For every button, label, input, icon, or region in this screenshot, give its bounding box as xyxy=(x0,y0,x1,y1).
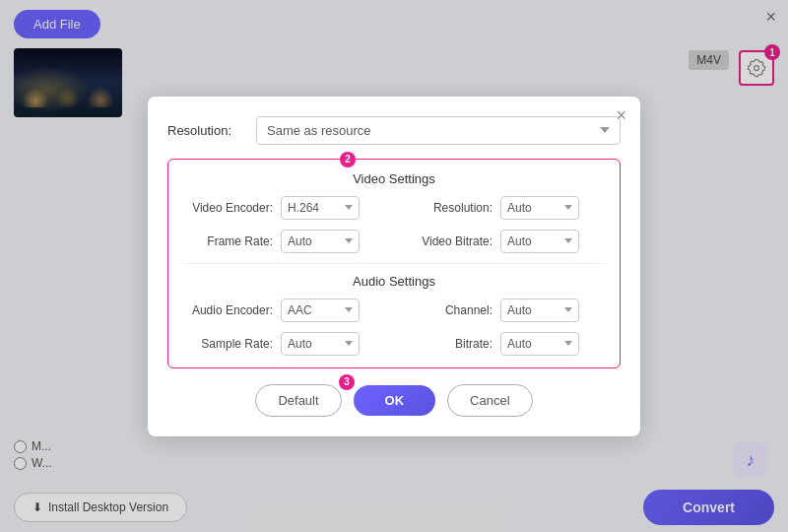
app-background: Add File × M4V 1 M... W... ♪ xyxy=(0,0,788,532)
sample-rate-row: Sample Rate: Auto xyxy=(184,332,384,356)
ok-button[interactable]: OK xyxy=(354,385,436,416)
audio-settings-grid: Audio Encoder: AAC Channel: Auto xyxy=(184,299,604,356)
resolution-row: Resolution: Same as resource 2 xyxy=(167,116,621,145)
cancel-button[interactable]: Cancel xyxy=(447,384,532,417)
resolution-field-label: Resolution: xyxy=(404,201,492,215)
video-bitrate-label: Video Bitrate: xyxy=(404,234,492,248)
section-divider xyxy=(184,263,604,264)
frame-rate-row: Frame Rate: Auto xyxy=(184,230,384,253)
resolution-field-select[interactable]: Auto xyxy=(500,196,579,220)
video-encoder-label: Video Encoder: xyxy=(184,201,273,215)
badge-2: 2 xyxy=(340,152,356,167)
bitrate-select[interactable]: Auto xyxy=(500,332,579,356)
default-button[interactable]: Default xyxy=(255,384,341,417)
bitrate-row: Bitrate: Auto xyxy=(404,332,604,356)
video-bitrate-select[interactable]: Auto xyxy=(500,230,579,253)
audio-settings-title: Audio Settings xyxy=(184,274,604,289)
resolution-field-row: Resolution: Auto xyxy=(404,196,604,220)
badge-3: 3 xyxy=(339,374,355,390)
audio-encoder-label: Audio Encoder: xyxy=(184,303,273,317)
audio-encoder-select[interactable]: AAC xyxy=(281,299,360,322)
video-bitrate-row: Video Bitrate: Auto xyxy=(404,230,604,253)
audio-encoder-row: Audio Encoder: AAC xyxy=(184,299,384,322)
sample-rate-label: Sample Rate: xyxy=(184,337,273,351)
channel-label: Channel: xyxy=(404,303,492,317)
bitrate-label: Bitrate: xyxy=(404,337,492,351)
video-encoder-select[interactable]: H.264 xyxy=(281,196,360,220)
video-encoder-row: Video Encoder: H.264 xyxy=(184,196,384,220)
modal-overlay: × Resolution: Same as resource 2 Video S… xyxy=(0,0,788,532)
channel-select[interactable]: Auto xyxy=(500,299,579,322)
frame-rate-select[interactable]: Auto xyxy=(281,230,360,253)
settings-modal: × Resolution: Same as resource 2 Video S… xyxy=(148,97,640,436)
modal-buttons: Default 3 OK Cancel xyxy=(167,384,621,417)
resolution-dropdown[interactable]: Same as resource xyxy=(256,116,621,145)
resolution-row-label: Resolution: xyxy=(167,123,246,138)
frame-rate-label: Frame Rate: xyxy=(184,234,273,248)
modal-close-button[interactable]: × xyxy=(616,106,626,124)
channel-row: Channel: Auto xyxy=(404,299,604,322)
settings-box: Video Settings Video Encoder: H.264 Reso… xyxy=(167,159,621,368)
video-settings-title: Video Settings xyxy=(184,171,604,186)
sample-rate-select[interactable]: Auto xyxy=(281,332,360,356)
video-settings-grid: Video Encoder: H.264 Resolution: Auto xyxy=(184,196,604,253)
